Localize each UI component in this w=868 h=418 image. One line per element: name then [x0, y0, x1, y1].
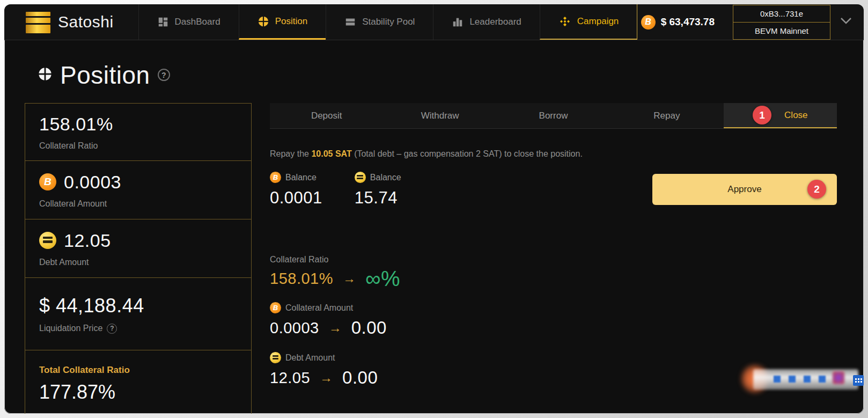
repay-instruction: Repay the 10.05 SAT (Total debt – gas co…	[270, 149, 837, 159]
sat-icon	[39, 232, 56, 249]
stat-value: 12.05	[64, 230, 111, 251]
brand-name: Satoshi	[58, 13, 114, 31]
tab-close[interactable]: 1 Close	[724, 103, 837, 128]
change-debt-amount: Debt Amount 12.05 → 0.00	[270, 352, 837, 388]
change-label: Collateral Amount	[285, 303, 353, 313]
stat-label: Liquidation Price	[39, 324, 102, 333]
app-window: Satoshi DashBoard Position Stability Poo…	[4, 4, 864, 414]
stat-collateral-ratio: 158.01% Collateral Ratio	[25, 103, 252, 161]
repay-amount: 10.05 SAT	[311, 149, 351, 158]
repay-note-prefix: Repay the	[270, 149, 311, 158]
total-collateral-ratio-label: Total Collateral Ratio	[39, 365, 237, 376]
change-collateral-ratio: Collateral Ratio 158.01% → ∞%	[270, 255, 837, 288]
position-icon	[258, 16, 269, 27]
change-from-value: 0.0003	[270, 319, 319, 337]
position-action-panel: Deposit Withdraw Borrow Repay 1 Close Re…	[270, 103, 837, 414]
satoshi-logo-icon	[26, 11, 50, 33]
total-collateral-ratio-value: 177.87%	[39, 381, 237, 404]
tab-label: Withdraw	[421, 111, 459, 121]
nav-item-campaign[interactable]: Campaign	[540, 4, 638, 40]
liquidation-price-help-icon[interactable]: ?	[107, 324, 117, 334]
stability-pool-icon	[344, 16, 356, 28]
campaign-icon	[558, 15, 571, 28]
nav-item-label: Position	[275, 16, 307, 27]
balance-value: 15.74	[355, 188, 401, 208]
page-header: Position ?	[4, 40, 864, 103]
sat-balance: Balance 15.74	[355, 172, 401, 208]
stat-total-collateral-ratio: Total Collateral Ratio 177.87%	[25, 350, 252, 414]
stat-value: 158.01%	[39, 114, 237, 135]
nav-item-label: Campaign	[577, 16, 619, 27]
tab-label: Deposit	[311, 111, 342, 121]
wallet-address[interactable]: 0xB3...731e	[733, 5, 830, 22]
change-collateral-amount: B Collateral Amount 0.0003 → 0.00	[270, 302, 837, 338]
wallet-selector[interactable]: 0xB3...731e BEVM Mainnet	[733, 5, 830, 40]
btc-price-indicator: B $ 63,473.78	[641, 4, 733, 40]
tab-label: Borrow	[539, 111, 568, 121]
nav-item-dashboard[interactable]: DashBoard	[138, 4, 239, 40]
btc-balance: B Balance 0.0001	[270, 172, 322, 208]
balance-row: B Balance 0.0001 Balance 15.74 Approve 2	[270, 172, 837, 208]
stat-label: Collateral Amount	[39, 199, 237, 209]
btc-icon: B	[39, 173, 56, 190]
balance-label: Balance	[285, 173, 317, 182]
arrow-right-icon: →	[329, 320, 342, 335]
position-stats-sidebar: 158.01% Collateral Ratio B 0.0003 Collat…	[25, 103, 252, 414]
tab-withdraw[interactable]: Withdraw	[383, 103, 496, 128]
stat-value: $ 44,188.44	[39, 295, 237, 317]
nav-item-label: Leaderboard	[469, 17, 521, 27]
chevron-down-icon[interactable]	[830, 17, 864, 27]
repay-note-suffix: (Total debt – gas compensation 2 SAT) to…	[352, 149, 583, 158]
annotation-badge-2: 2	[807, 180, 826, 199]
top-navbar: Satoshi DashBoard Position Stability Poo…	[4, 4, 864, 40]
stat-liquidation-price: $ 44,188.44 Liquidation Price ?	[25, 277, 252, 350]
stat-debt-amount: 12.05 Debt Amount	[25, 219, 252, 278]
change-to-value: ∞%	[365, 269, 400, 288]
tab-label: Repay	[653, 111, 680, 121]
tab-repay[interactable]: Repay	[610, 103, 723, 128]
btc-price-value: $ 63,473.78	[661, 16, 715, 28]
balance-label: Balance	[370, 173, 401, 182]
position-changes: Collateral Ratio 158.01% → ∞% B Collater…	[270, 255, 837, 388]
approve-button[interactable]: Approve 2	[652, 174, 837, 205]
arrow-right-icon: →	[320, 370, 333, 385]
stat-collateral-amount: B 0.0003 Collateral Amount	[25, 160, 252, 219]
nav-item-stability-pool[interactable]: Stability Pool	[326, 4, 433, 40]
stat-label: Debt Amount	[39, 258, 237, 267]
arrow-right-icon: →	[343, 271, 356, 286]
btc-icon: B	[641, 15, 656, 30]
action-tabs: Deposit Withdraw Borrow Repay 1 Close	[270, 103, 837, 129]
sat-icon	[355, 172, 366, 183]
tab-borrow[interactable]: Borrow	[497, 103, 610, 128]
btc-icon: B	[270, 172, 281, 183]
content-area: 158.01% Collateral Ratio B 0.0003 Collat…	[4, 103, 864, 414]
change-from-value: 12.05	[270, 369, 310, 387]
sat-icon	[270, 352, 281, 363]
btc-icon: B	[270, 302, 281, 313]
nav-item-leaderboard[interactable]: Leaderboard	[433, 4, 539, 40]
nav-item-label: DashBoard	[175, 17, 220, 27]
stat-value: 0.0003	[64, 172, 121, 193]
dashboard-icon	[157, 16, 169, 28]
approve-button-label: Approve	[727, 184, 761, 195]
balance-value: 0.0001	[270, 188, 322, 208]
change-to-value: 0.00	[351, 318, 387, 338]
change-from-value: 158.01%	[270, 270, 333, 288]
nav-item-position[interactable]: Position	[239, 4, 326, 40]
tab-deposit[interactable]: Deposit	[270, 103, 383, 128]
position-title-icon	[38, 67, 53, 84]
page-title: Position	[60, 61, 150, 90]
change-label: Debt Amount	[285, 353, 335, 363]
stat-label: Collateral Ratio	[39, 141, 237, 151]
nav-item-label: Stability Pool	[362, 17, 415, 27]
page-help-icon[interactable]: ?	[158, 69, 170, 81]
change-label: Collateral Ratio	[270, 255, 328, 265]
tab-label: Close	[784, 110, 807, 121]
annotation-badge-1: 1	[753, 106, 771, 124]
brand-logo[interactable]: Satoshi	[4, 4, 138, 40]
leaderboard-icon	[452, 16, 464, 28]
change-to-value: 0.00	[342, 368, 378, 388]
network-name[interactable]: BEVM Mainnet	[733, 22, 830, 39]
